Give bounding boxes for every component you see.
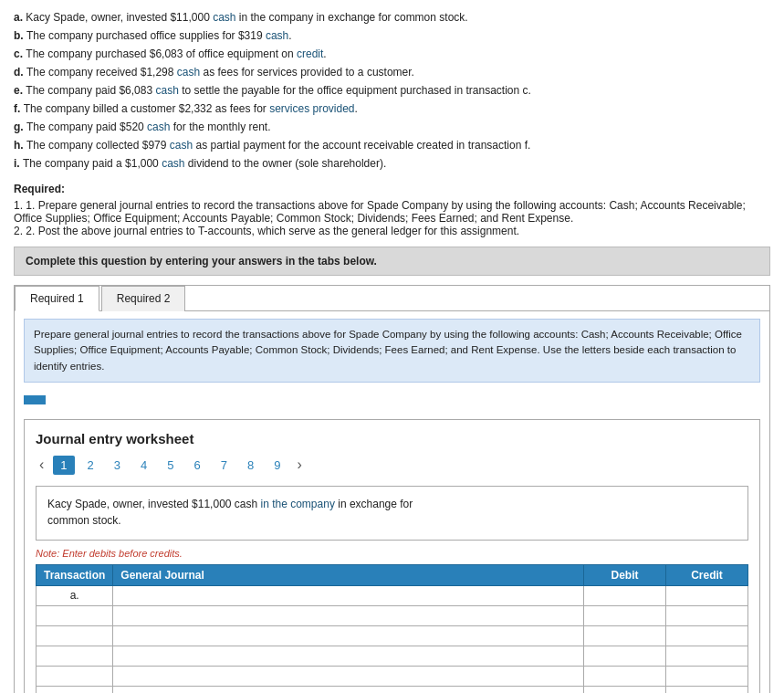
tabs-container: Required 1 Required 2 Prepare general jo…: [14, 285, 770, 693]
page-2-button[interactable]: 2: [80, 456, 101, 475]
table-row: [37, 605, 748, 625]
page-8-button[interactable]: 8: [240, 456, 261, 475]
input-credit[interactable]: [666, 667, 747, 686]
input-credit[interactable]: [666, 646, 747, 666]
intro-item: e. The company paid $6,083 cash to settl…: [14, 82, 770, 99]
input-general-journal[interactable]: [113, 586, 583, 605]
table-row: [37, 625, 748, 646]
page-6-button[interactable]: 6: [187, 456, 208, 475]
page-4-button[interactable]: 4: [133, 456, 154, 475]
input-general-journal[interactable]: [113, 626, 583, 646]
cell-credit[interactable]: [666, 646, 748, 666]
cell-transaction: [37, 605, 113, 625]
required-label: Required:: [14, 183, 770, 195]
page-7-button[interactable]: 7: [214, 456, 235, 475]
info-box: Prepare general journal entries to recor…: [24, 319, 760, 383]
cell-credit[interactable]: [666, 686, 748, 693]
cell-transaction: [37, 646, 113, 666]
cell-general-journal[interactable]: [113, 625, 584, 646]
tab-required1[interactable]: Required 1: [15, 286, 99, 311]
cell-general-journal[interactable]: [113, 585, 584, 605]
cell-general-journal[interactable]: [113, 605, 584, 625]
input-credit[interactable]: [666, 626, 747, 646]
intro-list: a. Kacy Spade, owner, invested $11,000 c…: [14, 9, 770, 172]
table-row: [37, 646, 748, 666]
cell-debit[interactable]: [584, 625, 666, 646]
note-text: Note: Enter debits before credits.: [36, 548, 748, 559]
journal-table: Transaction General Journal Debit Credit…: [36, 564, 748, 693]
input-general-journal[interactable]: [113, 667, 583, 686]
input-debit[interactable]: [584, 667, 665, 686]
prev-page-button[interactable]: ‹: [36, 457, 47, 473]
required-item-1: 1. 1. Prepare general journal entries to…: [14, 199, 770, 225]
required-section: Required: 1. 1. Prepare general journal …: [14, 183, 770, 237]
complete-box: Complete this question by entering your …: [14, 247, 770, 276]
table-row: a.: [37, 585, 748, 605]
input-debit[interactable]: [584, 626, 665, 646]
cell-credit[interactable]: [666, 585, 748, 605]
col-header-credit: Credit: [666, 564, 748, 585]
cell-debit[interactable]: [584, 605, 666, 625]
cell-general-journal[interactable]: [113, 666, 584, 686]
tab-required2[interactable]: Required 2: [101, 286, 186, 311]
worksheet-box: Journal entry worksheet ‹ 1 2 3 4 5 6 7 …: [24, 419, 760, 693]
input-debit[interactable]: [584, 646, 665, 666]
table-row: [37, 666, 748, 686]
input-credit[interactable]: [666, 586, 747, 605]
page-1-button[interactable]: 1: [53, 456, 74, 475]
cell-transaction: [37, 686, 113, 693]
cell-credit[interactable]: [666, 605, 748, 625]
col-header-transaction: Transaction: [37, 564, 113, 585]
view-transaction-button[interactable]: [24, 395, 46, 404]
cell-general-journal[interactable]: [113, 686, 584, 693]
cell-transaction: [37, 625, 113, 646]
page-9-button[interactable]: 9: [267, 456, 287, 475]
intro-item: i. The company paid a $1,000 cash divide…: [14, 155, 770, 172]
pagination: ‹ 1 2 3 4 5 6 7 8 9 ›: [36, 456, 748, 475]
input-general-journal[interactable]: [113, 606, 583, 625]
col-header-debit: Debit: [584, 564, 666, 585]
next-page-button[interactable]: ›: [293, 457, 305, 473]
cell-transaction: a.: [37, 585, 113, 605]
cell-debit[interactable]: [584, 585, 666, 605]
input-general-journal[interactable]: [113, 646, 583, 666]
tab-content: Prepare general journal entries to recor…: [15, 311, 769, 693]
table-row: [37, 686, 748, 693]
intro-item: c. The company purchased $6,083 of offic…: [14, 46, 770, 62]
cell-debit[interactable]: [584, 666, 666, 686]
intro-item: f. The company billed a customer $2,332 …: [14, 100, 770, 117]
input-credit[interactable]: [666, 687, 747, 693]
input-credit[interactable]: [666, 606, 747, 625]
cell-credit[interactable]: [666, 666, 748, 686]
cell-general-journal[interactable]: [113, 646, 584, 666]
intro-item: d. The company received $1,298 cash as f…: [14, 64, 770, 80]
cell-debit[interactable]: [584, 686, 666, 693]
intro-item: h. The company collected $979 cash as pa…: [14, 137, 770, 153]
cell-credit[interactable]: [666, 625, 748, 646]
cell-debit[interactable]: [584, 646, 666, 666]
input-debit[interactable]: [584, 687, 665, 693]
input-general-journal[interactable]: [113, 687, 583, 693]
page-5-button[interactable]: 5: [160, 456, 181, 475]
intro-item: a. Kacy Spade, owner, invested $11,000 c…: [14, 9, 770, 26]
worksheet-title: Journal entry worksheet: [36, 431, 748, 446]
transaction-description: Kacy Spade, owner, invested $11,000 cash…: [36, 486, 748, 541]
input-debit[interactable]: [584, 586, 665, 605]
intro-item: b. The company purchased office supplies…: [14, 27, 770, 44]
input-debit[interactable]: [584, 606, 665, 625]
page-3-button[interactable]: 3: [107, 456, 128, 475]
cell-transaction: [37, 666, 113, 686]
tabs-header: Required 1 Required 2: [15, 286, 769, 311]
intro-item: g. The company paid $520 cash for the mo…: [14, 119, 770, 135]
col-header-general-journal: General Journal: [113, 564, 584, 585]
required-item-2: 2. 2. Post the above journal entries to …: [14, 225, 770, 237]
